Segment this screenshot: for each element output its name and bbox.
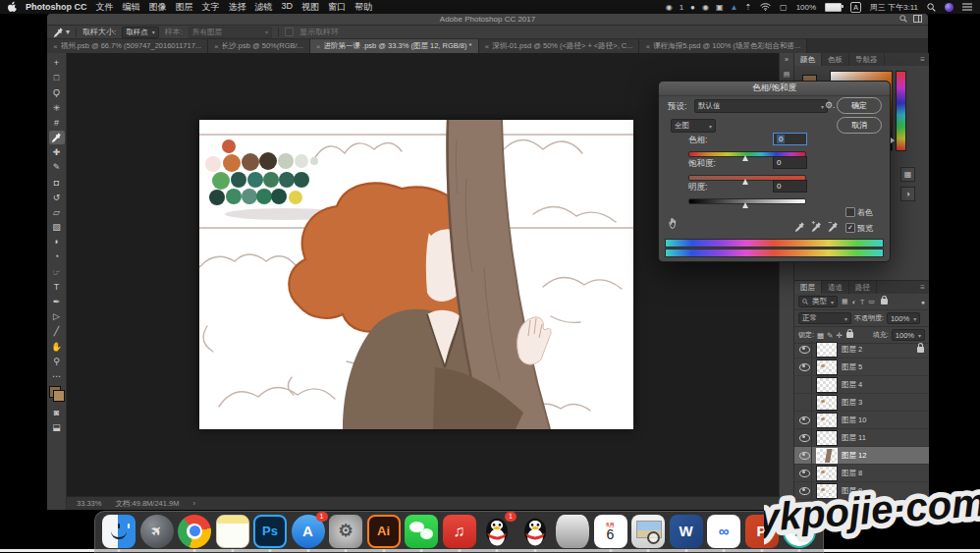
filter-smart-icon[interactable]	[881, 299, 888, 304]
search-icon[interactable]	[899, 15, 907, 25]
layer-name[interactable]: 图层 3	[842, 398, 862, 408]
layer-thumbnail[interactable]	[816, 377, 838, 393]
layer-row[interactable]: 图层 10	[794, 412, 929, 429]
layer-name[interactable]: 图层 5	[842, 362, 862, 372]
upload-icon[interactable]: ⇡	[744, 3, 751, 12]
lock-transparent-icon[interactable]: ▦	[817, 331, 824, 340]
camera-icon[interactable]: ◉	[702, 3, 709, 12]
zoom-level[interactable]: 33.33%	[77, 499, 101, 508]
workspace-icon[interactable]	[913, 15, 922, 25]
menu-图层[interactable]: 图层	[176, 1, 193, 14]
crop-tool[interactable]: #	[49, 116, 65, 130]
dock-launchpad[interactable]: ✈	[140, 515, 174, 548]
lock-position-icon[interactable]: ✛	[836, 331, 842, 340]
tab-色板[interactable]: 色板	[822, 53, 849, 66]
close-tab-icon[interactable]: ×	[485, 42, 490, 51]
tab-图层[interactable]: 图层	[794, 281, 822, 294]
siri-icon[interactable]	[945, 3, 953, 12]
close-tab-icon[interactable]: ×	[53, 42, 58, 51]
visibility-toggle[interactable]	[797, 447, 812, 464]
filter-pixel-icon[interactable]: ▦	[842, 298, 848, 305]
lasso-tool[interactable]: Ϙ	[49, 85, 65, 99]
saturation-slider-thumb[interactable]	[742, 179, 748, 185]
layer-name[interactable]: 图层 10	[842, 415, 866, 425]
close-tab-icon[interactable]: ×	[645, 42, 650, 51]
tab-通道[interactable]: 通道	[822, 281, 849, 294]
document-tab[interactable]: ×长沙.psb @ 50%(RGB/...	[208, 39, 310, 53]
hand-tool[interactable]: ✋	[49, 340, 65, 354]
hue-input[interactable]: 0	[773, 133, 807, 145]
document-tab[interactable]: ×进阶第一课 .psb @ 33.3% (图层 12, RGB/8) *	[310, 39, 479, 53]
cancel-button[interactable]: 取消	[837, 117, 882, 134]
layer-thumbnail[interactable]	[816, 342, 838, 358]
dock-qq-2[interactable]	[518, 515, 552, 548]
quick-mask-button[interactable]: ◙	[49, 406, 65, 419]
dock-baidu-netdisk[interactable]: ∞	[707, 515, 740, 548]
blend-mode-select[interactable]: 正常▾	[798, 312, 851, 324]
menu-帮助[interactable]: 帮助	[354, 1, 372, 14]
close-tab-icon[interactable]: ×	[214, 42, 219, 51]
blur-tool[interactable]: ◗	[49, 235, 65, 249]
eyedropper-option-icon[interactable]: ▾	[53, 27, 70, 37]
marquee-tool[interactable]: □	[49, 71, 65, 84]
pen-tool[interactable]: ✒	[49, 295, 65, 308]
dock-calendar[interactable]: 6月6	[594, 515, 627, 548]
layer-thumbnail[interactable]	[816, 430, 838, 446]
menu-视图[interactable]: 视图	[301, 1, 319, 14]
apple-logo-icon[interactable]	[8, 1, 17, 14]
targeted-adjustment-icon[interactable]	[667, 217, 680, 232]
gradient-tool[interactable]: ▧	[49, 220, 65, 234]
lock-all-icon[interactable]	[846, 332, 853, 338]
window-title-bar[interactable]: Adobe Photoshop CC 2017	[47, 14, 928, 26]
menu-滤镜[interactable]: 滤镜	[255, 1, 273, 14]
record-icon[interactable]: ◉	[666, 3, 673, 12]
dock-illustrator[interactable]: Ai	[367, 515, 401, 548]
sample-size-select[interactable]: 取样点▾	[122, 27, 159, 38]
dock-system-preferences[interactable]: ⚙	[329, 515, 362, 548]
screen-mode-button[interactable]: ⬓	[49, 420, 65, 434]
visibility-toggle[interactable]	[797, 412, 812, 428]
menubar-clock[interactable]: 周三 下午3:11	[870, 2, 918, 13]
dock-finder[interactable]	[102, 515, 136, 548]
layer-thumbnail[interactable]	[816, 413, 838, 428]
panel-menu-icon[interactable]: ≡	[920, 281, 929, 294]
dock-scanner[interactable]	[556, 515, 589, 548]
eyedropper-subtract-icon[interactable]	[828, 221, 839, 234]
tab-颜色[interactable]: 颜色	[794, 53, 822, 66]
lightness-slider-thumb[interactable]	[742, 202, 748, 208]
status-more-arrow[interactable]: ›	[192, 499, 195, 508]
saturation-input[interactable]: 0	[773, 156, 807, 169]
preview-checkbox[interactable]: ✓	[845, 223, 855, 233]
lock-pixels-icon[interactable]: ✎	[827, 331, 833, 340]
healing-brush-tool[interactable]: ✚	[49, 145, 65, 159]
tab-路径[interactable]: 路径	[849, 281, 877, 294]
eyedropper-tool[interactable]	[49, 131, 65, 144]
background-color-swatch[interactable]	[53, 390, 65, 402]
menu-图像[interactable]: 图像	[149, 1, 167, 14]
history-brush-tool[interactable]: ↺	[49, 191, 65, 204]
layer-row[interactable]: 图层 12	[794, 447, 929, 465]
document-tab[interactable]: ×深圳-01.psd @ 50% (<路径> + <路径>, C...	[479, 39, 640, 53]
eraser-tool[interactable]: ▱	[49, 205, 65, 219]
menu-文字[interactable]: 文字	[202, 1, 220, 14]
dock-wechat[interactable]	[405, 515, 438, 548]
filter-adjustment-icon[interactable]: ◐	[852, 299, 856, 305]
layer-thumbnail[interactable]	[816, 359, 838, 375]
menu-文件[interactable]: 文件	[96, 1, 114, 14]
panel-menu-icon[interactable]: ≡	[920, 53, 929, 66]
menu-编辑[interactable]: 编辑	[123, 1, 140, 14]
hue-saturation-dialog[interactable]: 色相/饱和度 确定 取消 预设: 默认值▾ ⚙. 全图▾ 色相: 0 饱和度: …	[658, 81, 891, 262]
preset-select[interactable]: 默认值▾	[694, 99, 828, 113]
dock-word[interactable]: W	[670, 515, 703, 548]
history-panel-icon[interactable]: ▤	[784, 71, 790, 79]
channel-select[interactable]: 全图▾	[671, 119, 716, 133]
menu-3D[interactable]: 3D	[282, 1, 294, 14]
dodge-tool[interactable]: ◔	[49, 249, 65, 263]
line-tool[interactable]: ╱	[49, 324, 65, 338]
dock-photoshop[interactable]: Ps	[253, 515, 287, 548]
layer-kind-filter[interactable]: 类型▾	[798, 296, 838, 307]
wifi-icon[interactable]	[760, 3, 771, 11]
notification-center-icon[interactable]	[962, 3, 972, 11]
document-canvas[interactable]	[199, 120, 633, 429]
eyedropper-sample-icon[interactable]	[794, 221, 805, 234]
